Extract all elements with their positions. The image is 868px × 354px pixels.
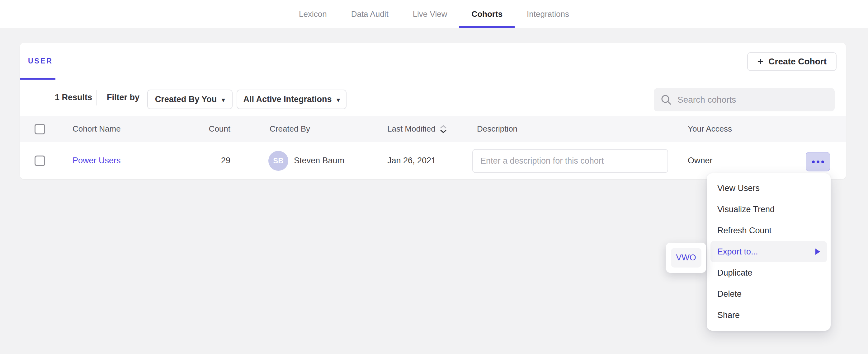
tab-lexicon[interactable]: Lexicon	[299, 0, 327, 28]
column-header-last-modified[interactable]: Last Modified	[387, 116, 447, 142]
cohort-type-row: USER + Create Cohort	[20, 43, 846, 79]
menu-item-duplicate[interactable]: Duplicate	[710, 262, 827, 283]
integrations-filter-dropdown[interactable]: All Active Integrations ▾	[237, 90, 346, 109]
user-tab-label: USER	[28, 57, 53, 65]
description-input[interactable]	[472, 149, 668, 173]
column-header-created-by: Created By	[270, 116, 310, 142]
top-nav: Lexicon Data Audit Live View Cohorts Int…	[0, 0, 868, 28]
select-all-checkbox[interactable]	[35, 124, 45, 134]
access-value: Owner	[688, 142, 713, 179]
menu-item-delete[interactable]: Delete	[710, 283, 827, 304]
tab-integrations[interactable]: Integrations	[527, 0, 569, 28]
avatar: SB	[268, 151, 288, 171]
chevron-down-icon: ▾	[222, 96, 225, 104]
integrations-filter-value: All Active Integrations	[243, 95, 332, 104]
plus-icon: +	[757, 56, 764, 67]
tab-cohorts[interactable]: Cohorts	[471, 0, 502, 28]
column-header-description: Description	[477, 116, 518, 142]
tab-live-view[interactable]: Live View	[413, 0, 447, 28]
create-cohort-label: Create Cohort	[768, 57, 827, 67]
results-count: 1 Results	[55, 79, 92, 116]
last-modified-date: Jan 26, 2021	[387, 142, 436, 179]
ellipsis-icon	[821, 161, 824, 163]
created-by-filter-value: Created By You	[155, 95, 217, 104]
tab-user-cohorts[interactable]: USER	[20, 43, 53, 79]
ellipsis-icon	[812, 161, 815, 163]
menu-item-refresh-count[interactable]: Refresh Count	[710, 220, 827, 241]
menu-item-visualize-trend[interactable]: Visualize Trend	[710, 199, 827, 220]
create-cohort-button[interactable]: + Create Cohort	[747, 52, 837, 71]
search-icon	[661, 94, 672, 105]
submenu-arrow-icon	[815, 249, 820, 255]
filter-by-label: Filter by	[107, 79, 140, 116]
column-header-your-access: Your Access	[688, 116, 732, 142]
table-header-row: Cohort Name Count Created By Last Modifi…	[20, 116, 846, 142]
column-header-count: Count	[193, 116, 230, 142]
cohorts-panel: USER + Create Cohort 1 Results Filter by…	[20, 43, 846, 179]
column-header-cohort-name: Cohort Name	[72, 116, 121, 142]
filter-toolbar: 1 Results Filter by Created By You ▾ All…	[20, 79, 846, 116]
search-cohorts-input[interactable]	[678, 95, 828, 105]
menu-item-share[interactable]: Share	[710, 304, 827, 326]
toolbar-divider	[96, 90, 97, 105]
created-by-name: Steven Baum	[294, 156, 344, 165]
ellipsis-icon	[817, 161, 819, 163]
cohort-count: 29	[193, 142, 230, 179]
chevron-down-icon: ▾	[337, 96, 340, 104]
created-by-filter-dropdown[interactable]: Created By You ▾	[147, 90, 232, 109]
menu-item-export-to[interactable]: Export to...	[710, 241, 827, 262]
row-actions-button[interactable]	[806, 152, 830, 171]
export-submenu: VWO	[666, 243, 706, 273]
tab-data-audit[interactable]: Data Audit	[351, 0, 389, 28]
row-actions-menu: View Users Visualize Trend Refresh Count…	[707, 173, 831, 331]
sort-icon[interactable]	[439, 124, 447, 134]
menu-item-view-users[interactable]: View Users	[710, 178, 827, 199]
row-checkbox[interactable]	[35, 156, 45, 166]
submenu-item-vwo[interactable]: VWO	[671, 248, 702, 267]
search-cohorts-box	[654, 88, 835, 111]
cohort-name-link[interactable]: Power Users	[72, 156, 121, 165]
